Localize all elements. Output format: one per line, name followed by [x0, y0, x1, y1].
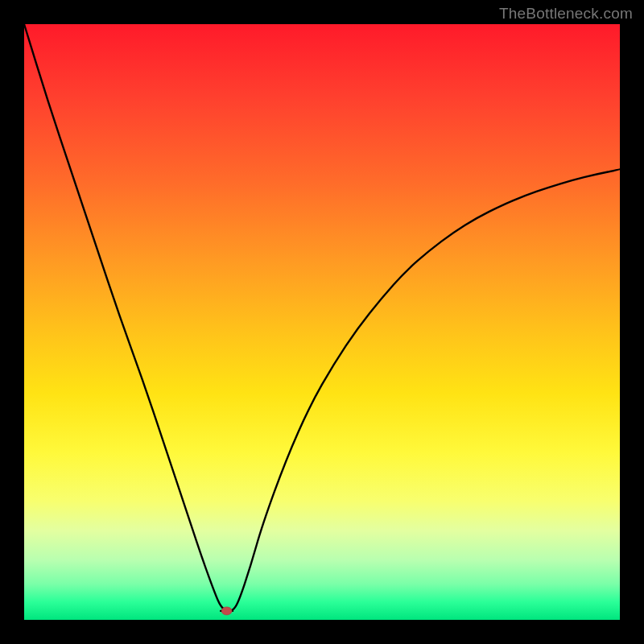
plot-area — [24, 24, 620, 620]
curve-group — [24, 24, 620, 615]
marker-dot — [221, 607, 232, 615]
bottleneck-curve — [24, 24, 620, 611]
chart-frame: TheBottleneck.com — [0, 0, 644, 644]
watermark-text: TheBottleneck.com — [499, 5, 633, 23]
chart-svg — [24, 24, 620, 620]
